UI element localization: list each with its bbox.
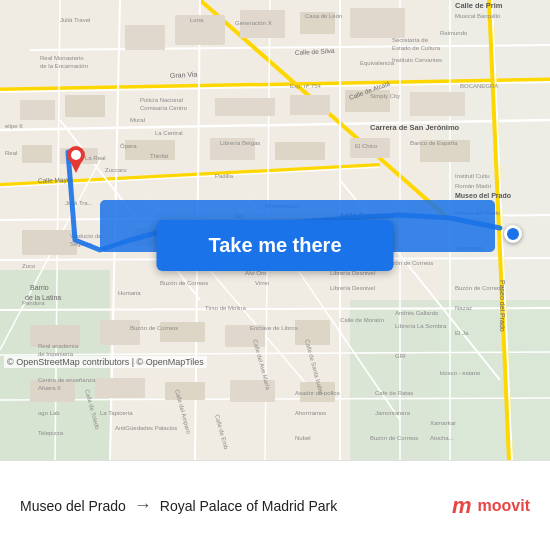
svg-text:Exp. nº 754: Exp. nº 754 bbox=[290, 83, 322, 89]
svg-text:Enclave de Libros: Enclave de Libros bbox=[250, 325, 298, 331]
svg-text:La Central: La Central bbox=[155, 130, 183, 136]
destination-marker bbox=[504, 225, 522, 243]
svg-text:Gran Via: Gran Via bbox=[170, 71, 198, 79]
svg-text:Thinfat: Thinfat bbox=[150, 153, 169, 159]
svg-text:Librería Belgas: Librería Belgas bbox=[220, 140, 260, 146]
svg-rect-46 bbox=[275, 142, 325, 160]
bottom-bar: Museo del Prado → Royal Palace of Madrid… bbox=[0, 460, 550, 550]
origin-label: Museo del Prado bbox=[20, 498, 126, 514]
svg-text:Nubel: Nubel bbox=[295, 435, 311, 441]
svg-rect-61 bbox=[165, 382, 205, 400]
svg-text:Ópera: Ópera bbox=[120, 143, 137, 149]
svg-text:Buzón de Correos: Buzón de Correos bbox=[455, 285, 503, 291]
moovit-m-icon: m bbox=[452, 493, 472, 519]
svg-text:Xamarkar: Xamarkar bbox=[430, 420, 456, 426]
svg-text:La Tapicería: La Tapicería bbox=[100, 410, 133, 416]
svg-rect-58 bbox=[295, 320, 330, 345]
route-arrow-icon: → bbox=[134, 495, 152, 516]
svg-text:Viaducto de: Viaducto de bbox=[70, 233, 102, 239]
svg-text:Telepizza: Telepizza bbox=[38, 430, 64, 436]
svg-text:Banco de España: Banco de España bbox=[410, 140, 458, 146]
svg-rect-59 bbox=[30, 380, 75, 402]
svg-text:Zoco: Zoco bbox=[22, 263, 36, 269]
svg-text:Librería Desnivel: Librería Desnivel bbox=[330, 285, 375, 291]
svg-rect-60 bbox=[95, 378, 145, 398]
svg-text:Atocha...: Atocha... bbox=[430, 435, 454, 441]
svg-text:Jamontanera: Jamontanera bbox=[375, 410, 411, 416]
svg-text:kiosco - estano: kiosco - estano bbox=[440, 370, 481, 376]
svg-text:Real Monasterio: Real Monasterio bbox=[40, 55, 84, 61]
moovit-brand-text: moovit bbox=[478, 497, 530, 515]
svg-text:Asador de pollos: Asador de pollos bbox=[295, 390, 340, 396]
svg-text:Real: Real bbox=[5, 150, 17, 156]
svg-text:El Chico: El Chico bbox=[355, 143, 378, 149]
svg-text:Román Madri: Román Madri bbox=[455, 183, 491, 189]
svg-text:Juliá Tra...: Juliá Tra... bbox=[65, 200, 93, 206]
svg-text:Real academia: Real academia bbox=[38, 343, 79, 349]
svg-rect-36 bbox=[20, 100, 55, 120]
svg-text:Buzón de Correos: Buzón de Correos bbox=[370, 435, 418, 441]
svg-text:GRI: GRI bbox=[395, 353, 406, 359]
take-me-there-button[interactable]: Take me there bbox=[156, 220, 393, 271]
svg-text:Instituto Cervantes: Instituto Cervantes bbox=[392, 57, 442, 63]
svg-text:de la Encarnación: de la Encarnación bbox=[40, 63, 88, 69]
svg-text:La Real: La Real bbox=[85, 155, 106, 161]
svg-text:Zuccaru: Zuccaru bbox=[105, 167, 127, 173]
svg-text:Buzón de Correos: Buzón de Correos bbox=[130, 325, 178, 331]
svg-point-160 bbox=[71, 150, 81, 160]
svg-text:ogo Lab: ogo Lab bbox=[38, 410, 60, 416]
svg-text:Centro de enseñanza: Centro de enseñanza bbox=[38, 377, 96, 383]
svg-marker-159 bbox=[70, 161, 82, 173]
svg-text:Calle de Moratín: Calle de Moratín bbox=[340, 317, 384, 323]
svg-text:Barrio: Barrio bbox=[30, 284, 49, 291]
svg-text:Cafe de Ratas: Cafe de Ratas bbox=[375, 390, 413, 396]
svg-text:Estado de Cultura: Estado de Cultura bbox=[392, 45, 441, 51]
svg-text:Virrei: Virrei bbox=[255, 280, 269, 286]
svg-text:Ahorrramos: Ahorrramos bbox=[295, 410, 326, 416]
svg-text:Segovia: Segovia bbox=[70, 241, 92, 247]
svg-text:Humana: Humana bbox=[118, 290, 141, 296]
svg-text:Calle de Prim: Calle de Prim bbox=[455, 1, 503, 10]
svg-text:Nazaz: Nazaz bbox=[455, 305, 472, 311]
svg-text:Secretaría de: Secretaría de bbox=[392, 37, 429, 43]
svg-text:elipe II: elipe II bbox=[5, 123, 23, 129]
svg-text:Simply City: Simply City bbox=[370, 93, 400, 99]
svg-text:Luna: Luna bbox=[190, 17, 204, 23]
svg-rect-38 bbox=[215, 98, 275, 116]
map-attribution: © OpenStreetMap contributors | © OpenMap… bbox=[4, 356, 207, 368]
svg-text:El Ja: El Ja bbox=[455, 330, 469, 336]
svg-text:Museo del Prado: Museo del Prado bbox=[455, 192, 511, 199]
moovit-logo: m moovit bbox=[452, 493, 530, 519]
svg-text:Padilla: Padilla bbox=[215, 173, 234, 179]
svg-text:Casa de León: Casa de León bbox=[305, 13, 342, 19]
svg-text:Policía Nacional: Policía Nacional bbox=[140, 97, 183, 103]
svg-rect-55 bbox=[100, 320, 140, 345]
svg-text:Generación X: Generación X bbox=[235, 20, 272, 26]
svg-text:Comisaría Centro: Comisaría Centro bbox=[140, 105, 188, 111]
svg-rect-31 bbox=[125, 25, 165, 50]
svg-text:Librería La Sombra: Librería La Sombra bbox=[395, 323, 447, 329]
svg-text:Raimundo: Raimundo bbox=[440, 30, 468, 36]
route-info: Museo del Prado → Royal Palace of Madrid… bbox=[20, 495, 452, 516]
svg-text:Tirso de Molina: Tirso de Molina bbox=[205, 305, 246, 311]
svg-text:Carrera de San Jerónimo: Carrera de San Jerónimo bbox=[370, 123, 460, 132]
svg-text:Pandora: Pandora bbox=[22, 300, 45, 306]
svg-text:Buzón de Correos: Buzón de Correos bbox=[160, 280, 208, 286]
svg-rect-41 bbox=[410, 92, 465, 116]
svg-rect-42 bbox=[22, 145, 52, 163]
svg-text:Juliá Travel: Juliá Travel bbox=[60, 17, 90, 23]
svg-text:Institutl Cultu: Institutl Cultu bbox=[455, 173, 490, 179]
svg-rect-37 bbox=[65, 95, 105, 117]
svg-text:Mural: Mural bbox=[130, 117, 145, 123]
svg-rect-35 bbox=[350, 8, 405, 38]
svg-text:Musical Barquillo: Musical Barquillo bbox=[455, 13, 501, 19]
svg-text:BOCANEGRA: BOCANEGRA bbox=[460, 83, 498, 89]
svg-rect-49 bbox=[22, 230, 77, 255]
svg-text:AntiGüedades Palacios: AntiGüedades Palacios bbox=[115, 425, 177, 431]
svg-text:Equivalencia: Equivalencia bbox=[360, 60, 395, 66]
svg-text:Afuera II: Afuera II bbox=[38, 385, 61, 391]
svg-text:Andrés Gallardo: Andrés Gallardo bbox=[395, 310, 439, 316]
svg-rect-39 bbox=[290, 95, 330, 115]
origin-marker bbox=[65, 145, 87, 173]
map-container: Gran Via Calle Mayor Paseo del Prado Cal… bbox=[0, 0, 550, 460]
